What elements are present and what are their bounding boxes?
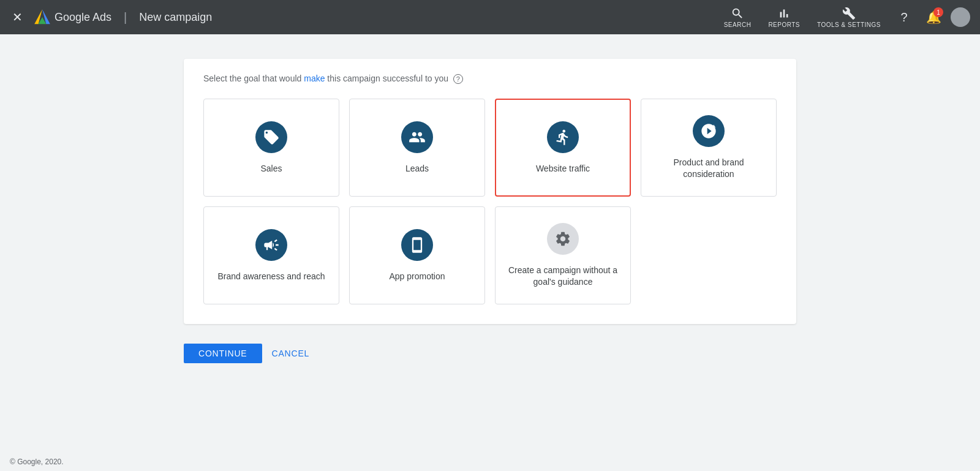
goal-product-brand[interactable]: Product and brand consideration — [641, 99, 777, 197]
brand-awareness-label: Brand awareness and reach — [217, 271, 325, 283]
topbar: ✕ Google Ads | New campaign SEARCH REPOR… — [0, 0, 980, 34]
tools-nav-button[interactable]: TOOLS & SETTINGS — [811, 4, 887, 31]
goals-row1: Sales Leads Website traffic — [203, 99, 777, 197]
no-guidance-icon — [547, 223, 579, 255]
reports-nav-button[interactable]: REPORTS — [762, 4, 806, 31]
tools-icon — [842, 7, 856, 20]
reports-nav-label: REPORTS — [768, 21, 800, 28]
search-nav-label: SEARCH — [724, 21, 752, 28]
subtitle-highlight: make — [304, 73, 325, 83]
tools-nav-label: TOOLS & SETTINGS — [817, 21, 881, 28]
topbar-divider: | — [124, 10, 127, 24]
close-button[interactable]: ✕ — [10, 9, 25, 26]
leads-label: Leads — [405, 163, 429, 175]
topbar-right: SEARCH REPORTS TOOLS & SETTINGS ? 🔔 1 — [718, 4, 970, 31]
continue-button[interactable]: CONTINUE — [184, 344, 262, 363]
reports-icon — [777, 7, 791, 20]
no-guidance-label: Create a campaign without a goal's guida… — [505, 265, 620, 288]
main-content: Select the goal that would make this cam… — [0, 34, 980, 388]
goal-no-guidance[interactable]: Create a campaign without a goal's guida… — [495, 206, 631, 304]
footer: © Google, 2020. — [10, 458, 64, 466]
goals-row2: Brand awareness and reach App promotion … — [203, 206, 777, 304]
search-icon — [731, 7, 744, 20]
action-buttons: CONTINUE CANCEL — [184, 344, 796, 363]
cancel-button[interactable]: CANCEL — [272, 349, 310, 358]
website-traffic-label: Website traffic — [536, 163, 590, 175]
product-brand-label: Product and brand consideration — [651, 157, 766, 181]
search-nav-button[interactable]: SEARCH — [718, 4, 758, 31]
app-promotion-label: App promotion — [389, 271, 445, 283]
notifications-button[interactable]: 🔔 1 — [921, 5, 946, 29]
avatar[interactable] — [951, 7, 970, 27]
sales-icon — [255, 121, 287, 153]
notification-badge: 1 — [933, 7, 943, 17]
brand-awareness-icon — [255, 229, 287, 261]
copyright-text: © Google, 2020. — [10, 458, 64, 466]
app-promotion-icon — [401, 229, 433, 261]
goal-app-promotion[interactable]: App promotion — [349, 206, 485, 304]
goal-brand-awareness[interactable]: Brand awareness and reach — [203, 206, 339, 304]
goal-empty-slot — [641, 206, 777, 304]
product-brand-icon — [693, 115, 725, 147]
goal-sales[interactable]: Sales — [203, 99, 339, 197]
help-tooltip-icon[interactable]: ? — [453, 74, 463, 84]
campaign-goal-card: Select the goal that would make this cam… — [184, 59, 796, 324]
leads-icon — [401, 121, 433, 153]
card-subtitle: Select the goal that would make this cam… — [203, 73, 777, 84]
google-ads-logo-icon — [32, 7, 52, 27]
google-logo: Google Ads — [32, 7, 111, 27]
topbar-left: ✕ Google Ads | New campaign — [10, 7, 212, 27]
brand-name: Google Ads — [55, 11, 111, 24]
website-traffic-icon — [547, 121, 579, 153]
goal-website-traffic[interactable]: Website traffic — [495, 99, 631, 197]
sales-label: Sales — [260, 163, 282, 175]
goal-leads[interactable]: Leads — [349, 99, 485, 197]
help-button[interactable]: ? — [892, 5, 916, 29]
page-title: New campaign — [139, 11, 212, 24]
